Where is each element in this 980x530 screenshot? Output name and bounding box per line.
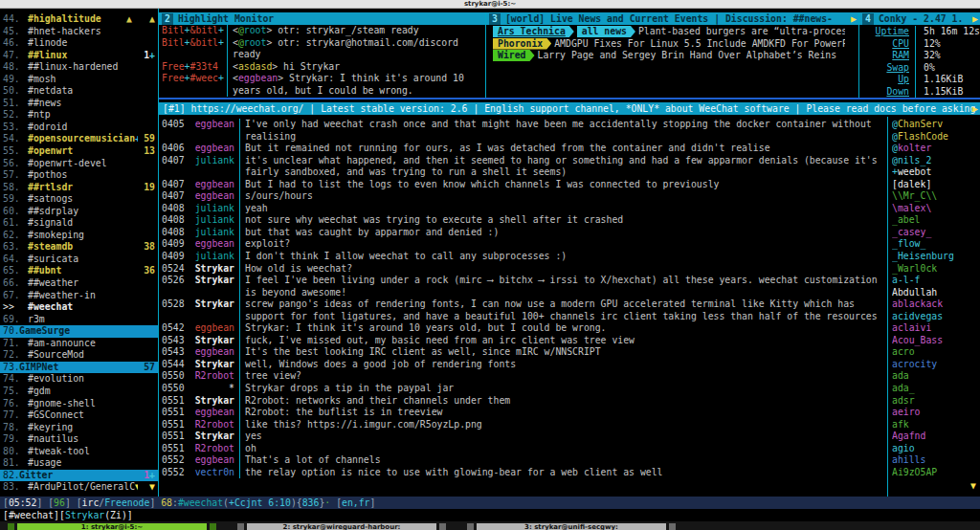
buffer-list-item[interactable]: 47. ##linux 1+ (0, 50, 158, 62)
message-nick[interactable]: juliank (189, 227, 234, 239)
taskbar-tab[interactable]: 2: strykar@wireguard-harbour: (247, 523, 436, 530)
nicklist-item[interactable]: ada_ (892, 383, 980, 395)
nicklist-item[interactable]: afk (892, 419, 980, 431)
buffer-list-item[interactable]: 57. #pothos (0, 169, 158, 182)
message-nick[interactable]: R2robot (189, 370, 234, 383)
message-nick[interactable]: eggbean (189, 454, 234, 467)
buffer-list-item[interactable]: 60. ##sdrplay (0, 206, 158, 218)
buffer-list-item[interactable]: 81. #usage (0, 457, 158, 470)
nicklist-item[interactable]: aeiro (892, 407, 980, 419)
buffer-list-item[interactable]: 82. Gitter 1+ (0, 470, 158, 482)
nicklist-item[interactable]: Ai9zO5AP (892, 467, 980, 479)
nicklist-item[interactable]: a-l-f (892, 275, 980, 287)
buffer-list-item[interactable]: 71. #am-announce (0, 338, 158, 350)
nicklist-item[interactable]: @FlashCode (892, 131, 980, 144)
buffer-list-item[interactable]: 67. ##weather-in (0, 290, 158, 302)
buffer-list-item[interactable]: 49. #mosh (0, 74, 158, 86)
buffer-list-item[interactable]: 80. #tweak-tool (0, 446, 158, 458)
nicklist-item[interactable]: acrocity (892, 359, 980, 371)
buffer-list-item[interactable]: 73. GIMPNet 57 (0, 362, 158, 374)
message-nick[interactable]: * (189, 383, 234, 395)
buffer-list-item[interactable]: 54. #opensourcemusician+ 59 (0, 133, 158, 145)
nicklist-item[interactable]: acidvegas (892, 311, 980, 323)
message-nick[interactable]: eggbean (189, 179, 234, 191)
nicklist-item[interactable]: aclaivi (892, 322, 980, 335)
message-nick[interactable]: Strykar (189, 275, 234, 298)
scroll-right-icon[interactable]: ▶ (972, 102, 978, 115)
buffer-list-item[interactable]: 56. #openwrt-devel (0, 158, 158, 170)
buffer-list-item[interactable]: 72. #SourceMod (0, 349, 158, 362)
news-titlebar[interactable]: 3[world] Live News and Current Events | … (486, 12, 858, 25)
message-nick[interactable]: R2robot (189, 443, 234, 455)
message-nick[interactable]: juliank (189, 155, 234, 179)
message-nick[interactable]: juliank (189, 214, 234, 227)
nicklist-item[interactable]: ahills (892, 454, 980, 467)
buffer-list-item[interactable]: 59. #satnogs (0, 193, 158, 206)
buffer-list-item[interactable]: 63. #steamdb 38 (0, 241, 158, 254)
buffer-list-item[interactable]: 46. #linode (0, 37, 158, 50)
highlight-monitor-titlebar[interactable]: 2Highlight Monitor (159, 12, 485, 25)
nicklist-item[interactable]: _casey_ (892, 227, 980, 239)
buffer-list-item[interactable]: 75. #gdm (0, 386, 158, 398)
buffer-list-item[interactable]: 78. #keyring (0, 422, 158, 434)
message-nick[interactable]: Strykar (189, 359, 234, 371)
buffer-list-item[interactable]: 66. ##weather (0, 277, 158, 290)
message-nick[interactable]: Strykar (189, 335, 234, 347)
message-nick[interactable]: eggbean (189, 407, 234, 419)
message-nick[interactable]: juliank (189, 251, 234, 263)
buffer-list-item[interactable]: 76. #gnome-shell (0, 398, 158, 410)
buffer-list-item[interactable]: 69. r3m (0, 314, 158, 326)
nicklist-item[interactable]: @ChanServ (892, 119, 980, 131)
message-nick[interactable]: Strykar (189, 298, 234, 322)
news-headline[interactable]: AMDGPU Fixes For Linux 5.5 Include AMDKF… (554, 38, 845, 49)
message-nick[interactable]: eggbean (189, 119, 234, 143)
buffer-list-item[interactable]: 83. #ArduPilot/GeneralC▼ ▼ (0, 481, 158, 494)
buffer-list-item[interactable]: 64. #suricata (0, 254, 158, 266)
nicklist-item[interactable]: acro (892, 346, 980, 359)
conky-titlebar[interactable]: 4Conky - 2.47 1.▶ (859, 12, 980, 25)
nicklist-item[interactable]: \malex\ (892, 203, 980, 215)
buffer-list-item[interactable]: 62. #smokeping (0, 230, 158, 242)
taskbar-tab[interactable]: 1: strykar@i-5:~ (17, 523, 207, 530)
buffer-list-item[interactable]: 58. ##rtlsdr 19 (0, 182, 158, 194)
message-nick[interactable]: R2robot (189, 419, 234, 431)
message-nick[interactable]: Strykar (189, 263, 234, 276)
buffer-list-item[interactable]: 48. ##linux-hardened (0, 61, 158, 74)
buffer-list-item[interactable]: 44. #highaltitude ▲ ▲ (0, 13, 158, 26)
message-nick[interactable]: vectr0n (189, 467, 234, 479)
news-headline[interactable]: Larry Page and Sergey Brin Hand Over Alp… (538, 50, 837, 60)
nicklist-item[interactable]: @kolter (892, 143, 980, 155)
buffer-list-item[interactable]: 79. #nautilus (0, 433, 158, 446)
window-titlebar[interactable]: strykar@i-5:~ (0, 0, 980, 9)
nicklist-scroll-down-icon[interactable]: ▼ (970, 480, 976, 493)
nicklist-item[interactable]: _abel (892, 214, 980, 227)
buffer-list-item[interactable]: 51. ##news (0, 98, 158, 110)
buffer-list-item[interactable]: 74. #evolution (0, 373, 158, 386)
nicklist-item[interactable]: ablackack (892, 298, 980, 311)
buffer-list-item[interactable]: 50. #netdata (0, 85, 158, 98)
nicklist-item[interactable]: adsr (892, 395, 980, 408)
message-nick[interactable]: juliank (189, 203, 234, 215)
nicklist-item[interactable]: @nils_2 (892, 155, 980, 167)
nicklist-item[interactable]: agio (892, 443, 980, 455)
nicklist-item[interactable]: Agafnd (892, 431, 980, 443)
nicklist-item[interactable]: _flow_ (892, 238, 980, 251)
input-bar[interactable]: [#weechat][Strykar(Zi)] (0, 509, 980, 521)
buffer-list-item[interactable]: 65. ##ubnt 36 (0, 265, 158, 277)
scroll-right-icon[interactable]: ▶ (851, 12, 857, 25)
message-nick[interactable]: eggbean (189, 238, 234, 251)
buffer-list-item[interactable]: 45. #hnet-hackers (0, 26, 158, 38)
message-nick[interactable]: eggbean (189, 346, 234, 359)
buffer-list-item[interactable]: 77. #GSConnect (0, 409, 158, 422)
nicklist-item[interactable]: _Heisenburg (892, 251, 980, 263)
buffer-list-item[interactable]: >> #weechat (0, 301, 158, 314)
message-nick[interactable]: Strykar (189, 395, 234, 408)
buffer-list-item[interactable]: 52. #ntp (0, 109, 158, 121)
scroll-up-icon[interactable]: ▲ (126, 13, 138, 26)
nicklist-item[interactable]: +weebot (892, 166, 980, 179)
message-nick[interactable]: eggbean (189, 143, 234, 155)
nicklist-item[interactable]: [dalek] (892, 179, 980, 191)
nicklist-item[interactable]: \\Mr_C\\ (892, 190, 980, 203)
nicklist-item[interactable]: ada (892, 370, 980, 383)
nicklist-item[interactable]: Acou_Bass (892, 335, 980, 347)
